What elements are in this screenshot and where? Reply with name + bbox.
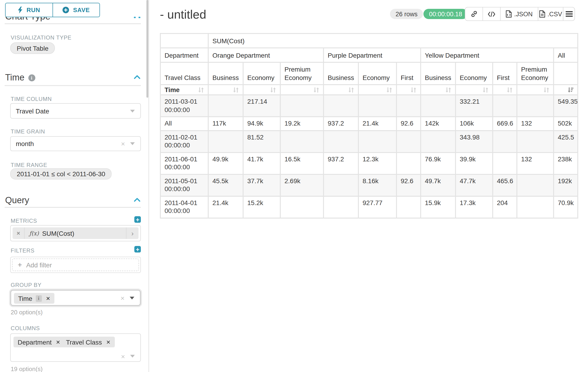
view-query-button[interactable]: [483, 7, 500, 21]
export-json-button[interactable]: .JSON: [500, 7, 538, 21]
metric-pill[interactable]: × ƒ(x) SUM(Cost) ›: [12, 227, 138, 239]
metrics-select: × ƒ(x) SUM(Cost) ›: [10, 225, 141, 241]
save-button[interactable]: SAVE: [52, 3, 99, 17]
run-button[interactable]: RUN: [6, 3, 52, 17]
sort-cell[interactable]: [324, 85, 358, 95]
time-grain-select[interactable]: month ×: [10, 136, 141, 151]
cell: 21.4k: [358, 117, 397, 130]
more-menu-button[interactable]: [563, 7, 575, 21]
metric-header-cell: SUM(Cost): [208, 33, 578, 48]
cell: 39.9k: [455, 152, 493, 174]
chevron-clipped-tip-icon: [134, 17, 136, 18]
sort-descending-icon: [567, 87, 574, 93]
export-json-label: .JSON: [514, 11, 533, 17]
time-range-chip[interactable]: 2011-01-01 ≤ col < 2011-06-30: [10, 168, 112, 180]
cell: 132: [517, 117, 554, 130]
cell: 45.5k: [208, 174, 243, 196]
column-header: First: [397, 62, 421, 85]
column-header-empty: [554, 62, 578, 85]
column-header: Economy: [243, 62, 280, 85]
sort-cell[interactable]: [455, 85, 493, 95]
filters-box: + Add filter: [10, 257, 141, 273]
cell: [517, 130, 554, 152]
chevron-right-icon[interactable]: ›: [126, 227, 138, 239]
export-csv-label: .CSV: [547, 11, 562, 17]
cell: [517, 174, 554, 196]
collapse-chevron-up-icon[interactable]: [134, 198, 140, 202]
sort-cell[interactable]: [493, 85, 517, 95]
time-column-value: Travel Date: [16, 107, 49, 115]
cell: [397, 130, 421, 152]
add-metric-button[interactable]: +: [134, 216, 141, 223]
cell: 19.2k: [280, 117, 324, 130]
add-filter-button[interactable]: +: [134, 246, 141, 253]
time-axis-cell[interactable]: Time: [160, 85, 208, 95]
csv-file-icon: [539, 10, 545, 18]
sort-cell[interactable]: [517, 85, 554, 95]
time-range-label: TIME RANGE: [11, 162, 47, 168]
sort-icon: [483, 87, 489, 93]
copy-link-button[interactable]: [465, 7, 483, 21]
filters-label: FILTERS: [11, 247, 35, 254]
cell: [324, 95, 358, 117]
cell: 465.6: [493, 174, 517, 196]
panel-scrollbar[interactable]: [147, 0, 148, 98]
cell: [208, 95, 243, 117]
cell: [493, 95, 517, 117]
columns-chip-travel-class[interactable]: Travel Class ✕: [62, 337, 115, 347]
sort-icon: [386, 87, 392, 93]
time-column-select[interactable]: Travel Date: [10, 103, 141, 118]
chevron-clipped-tip-icon: [138, 17, 140, 18]
column-header: Premium Economy: [517, 62, 554, 85]
sort-cell-active[interactable]: [554, 85, 578, 95]
query-section-label: Query: [5, 195, 29, 205]
sort-icon: [445, 87, 451, 93]
cell: 502k: [554, 117, 578, 130]
control-panel: Chart Type RUN SAVE VISUALIZATION TYPE P…: [0, 0, 149, 372]
clear-icon[interactable]: ×: [120, 294, 125, 301]
chart-title[interactable]: - untitled: [160, 7, 206, 22]
columns-select[interactable]: Department ✕ Travel Class ✕ ×: [10, 333, 141, 362]
code-icon: [488, 11, 495, 17]
clear-icon[interactable]: ×: [121, 353, 125, 360]
export-toolbar: .JSON .CSV: [465, 7, 575, 21]
sort-cell[interactable]: [208, 85, 243, 95]
metric-header-row: SUM(Cost): [160, 33, 578, 48]
add-filter-dropzone[interactable]: + Add filter: [12, 258, 139, 271]
export-csv-button[interactable]: .CSV: [538, 7, 563, 21]
group-by-select[interactable]: Time i ✕ ×: [10, 290, 141, 306]
sort-cell[interactable]: [280, 85, 324, 95]
divider: [5, 85, 141, 86]
row-header: 2011-02-01 00:00:00: [160, 130, 208, 152]
row-header: All: [160, 117, 208, 130]
collapse-chevron-up-icon[interactable]: [134, 75, 140, 79]
sort-cell[interactable]: [397, 85, 421, 95]
json-file-icon: [506, 10, 512, 18]
cell: 76.9k: [421, 152, 455, 174]
cell: 15.2k: [243, 196, 280, 218]
menu-icon: [566, 11, 572, 17]
cell: 106k: [455, 117, 493, 130]
sort-cell[interactable]: [243, 85, 280, 95]
cell: [280, 95, 324, 117]
sort-icon: [543, 87, 549, 93]
group-by-chip-time[interactable]: Time i ✕: [14, 293, 54, 304]
plus-icon: +: [18, 261, 22, 269]
sort-icon[interactable]: [198, 87, 204, 93]
remove-chip-icon[interactable]: ✕: [42, 295, 54, 302]
columns-chip-department[interactable]: Department ✕: [13, 337, 65, 347]
department-axis-label: Department: [160, 48, 208, 62]
sort-cell[interactable]: [421, 85, 455, 95]
remove-chip-icon[interactable]: ✕: [102, 339, 115, 345]
sort-icon: [348, 87, 354, 93]
sort-cell[interactable]: [358, 85, 397, 95]
cell: 927.77: [358, 196, 397, 218]
clear-icon[interactable]: ×: [121, 140, 125, 147]
remove-metric-icon[interactable]: ×: [12, 227, 25, 239]
sort-icon: [233, 87, 239, 93]
cell: [280, 196, 324, 218]
cell: [517, 196, 554, 218]
visualization-type-chip[interactable]: Pivot Table: [10, 42, 55, 54]
column-header: Business: [324, 62, 358, 85]
cell: [397, 196, 421, 218]
